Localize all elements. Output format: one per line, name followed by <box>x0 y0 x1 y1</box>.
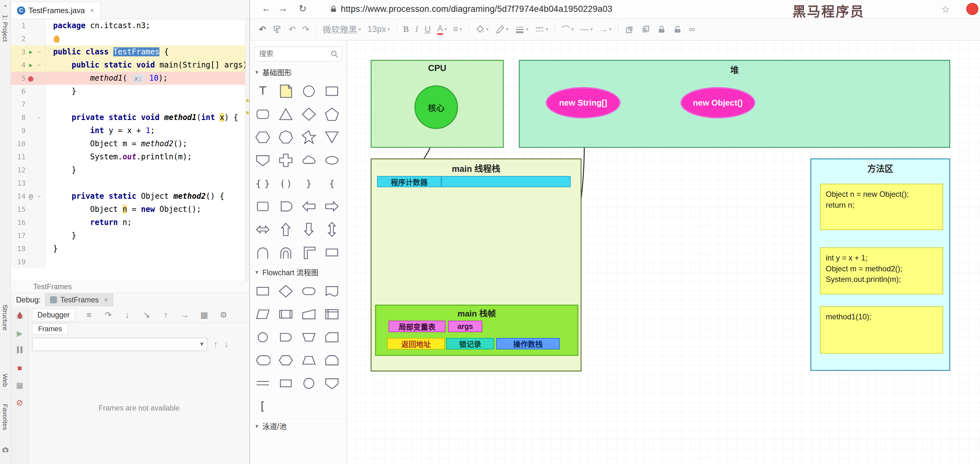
diagram-canvas[interactable]: CPU 核心 堆 new String[] new Object() main … <box>347 40 980 464</box>
gutter[interactable]: 12 <box>11 164 45 176</box>
shape-star-icon[interactable] <box>298 126 320 149</box>
fold-icon[interactable]: − <box>36 115 42 120</box>
shape-arrow-updown-icon[interactable] <box>320 218 344 241</box>
shape-arch-icon[interactable] <box>251 241 274 264</box>
shape-decision-icon[interactable] <box>274 280 298 303</box>
gutter[interactable]: 19 <box>11 255 45 269</box>
frame-down-icon[interactable]: ↓ <box>224 339 229 350</box>
gutter[interactable]: 16 <box>11 216 45 229</box>
shape-display-icon[interactable] <box>251 349 274 372</box>
underline-button[interactable]: U <box>425 24 431 34</box>
intention-bulb-icon[interactable] <box>54 35 59 43</box>
cell-return-address[interactable]: 返回地址 <box>387 338 445 350</box>
warning-tick[interactable] <box>246 111 249 114</box>
connector-style-button[interactable]: ⌒▾ <box>562 23 574 35</box>
shape-search[interactable] <box>255 47 342 62</box>
bold-button[interactable]: B <box>403 24 409 34</box>
section-swimlane[interactable]: ▼ 泳道/池 <box>250 419 347 433</box>
shape-arrow-double-icon[interactable] <box>251 218 274 241</box>
shape-trapezoid-icon[interactable] <box>298 349 320 372</box>
gutter[interactable]: 8− <box>11 111 45 124</box>
tool-button-favorites[interactable]: Favorites <box>1 404 9 430</box>
show-execution-point-icon[interactable]: ↷ <box>103 310 114 320</box>
thread-dropdown[interactable]: ▾ <box>32 338 207 351</box>
shape-ellipse-icon[interactable] <box>320 149 344 172</box>
debug-session-tab[interactable]: TestFrames × <box>45 294 113 306</box>
section-basic-shapes[interactable]: ▼ 基础图形 <box>250 65 347 79</box>
shape-card-cut-icon[interactable] <box>320 326 344 349</box>
tab-debugger[interactable]: Debugger <box>32 308 75 321</box>
shape-process-2-icon[interactable] <box>274 372 298 395</box>
gutter[interactable]: 6 <box>11 85 45 98</box>
session-close-icon[interactable]: × <box>104 296 108 304</box>
step-out-icon[interactable]: ↑ <box>160 310 171 320</box>
undo-icon[interactable]: ↶ <box>259 24 266 35</box>
cell-operand-stack[interactable]: 操作数栈 <box>496 338 560 350</box>
node-program-counter-value[interactable] <box>441 176 571 187</box>
step-into-icon[interactable]: ↘ <box>141 310 152 320</box>
gutter[interactable]: 14@− <box>11 190 45 203</box>
gutter[interactable]: 13 <box>11 176 45 190</box>
bookmark-star-icon[interactable]: ☆ <box>941 3 950 15</box>
section-flowchart[interactable]: ▼ Flowchart 流程图 <box>250 265 347 279</box>
gutter[interactable]: 11 <box>11 150 45 164</box>
shape-delay-icon[interactable] <box>274 326 298 349</box>
gutter[interactable]: 4▶− <box>11 59 45 72</box>
back-icon[interactable]: ← <box>261 3 271 14</box>
view-breakpoints-icon[interactable]: ▦ <box>16 381 23 390</box>
shape-arch-legs-icon[interactable] <box>274 241 298 264</box>
method-block-1[interactable]: Object n = new Object(); return n; <box>820 184 943 230</box>
shape-double-line-icon[interactable] <box>251 372 274 395</box>
tool-button-structure[interactable]: Structure <box>1 305 9 331</box>
fill-color-button[interactable]: ▾ <box>475 25 489 34</box>
gutter[interactable]: 10 <box>11 137 45 150</box>
cell-args[interactable]: args <box>448 321 482 332</box>
node-main-stack-frame[interactable]: main 栈帧 局部变量表 args 返回地址 锁记录 操作数栈 <box>375 305 578 356</box>
lock-icon[interactable] <box>657 25 667 34</box>
shape-rectangle-2-icon[interactable] <box>320 241 344 264</box>
fold-icon[interactable]: − <box>36 62 42 68</box>
link-icon[interactable]: ∞ <box>689 24 695 34</box>
gutter[interactable]: 7 <box>11 98 45 111</box>
shape-bracket-icon[interactable]: [ <box>251 395 274 418</box>
tool-button-project[interactable]: 1: Project <box>1 15 9 41</box>
gutter[interactable]: 15 <box>11 203 45 216</box>
undo-disabled-icon[interactable]: ↶ <box>289 24 296 35</box>
shape-manual-operation-icon[interactable] <box>298 326 320 349</box>
line-width-button[interactable]: ▾ <box>515 25 528 34</box>
shape-circle-icon[interactable] <box>298 80 320 103</box>
shape-arrow-left-icon[interactable] <box>298 195 320 218</box>
camera-icon[interactable] <box>2 447 9 453</box>
fold-icon[interactable]: − <box>36 194 42 199</box>
shape-arrow-up-icon[interactable] <box>274 218 298 241</box>
cell-lock-record[interactable]: 锁记录 <box>446 338 494 350</box>
font-size-select[interactable]: 13px▾ <box>368 24 390 34</box>
italic-button[interactable]: I <box>415 24 418 34</box>
step-over-icon[interactable]: ↓ <box>122 310 133 320</box>
shape-arrow-down-icon[interactable] <box>298 218 320 241</box>
shape-predefined-process-icon[interactable] <box>274 303 298 326</box>
shape-triangle-down-icon[interactable] <box>320 126 344 149</box>
line-type-button[interactable]: —▾ <box>580 24 593 34</box>
frame-up-icon[interactable]: ↑ <box>213 339 218 350</box>
tool-button-web[interactable]: Web <box>1 374 9 387</box>
gutter[interactable]: 5● <box>11 72 45 85</box>
shape-half-pill-icon[interactable] <box>274 195 298 218</box>
gutter[interactable]: 3▶− <box>11 45 45 59</box>
shape-connector-icon[interactable] <box>251 326 274 349</box>
gutter[interactable]: 17 <box>11 229 45 242</box>
shape-diamond-icon[interactable] <box>298 103 320 126</box>
tab-testframes-java[interactable]: C TestFrames.java × <box>11 2 100 19</box>
tab-close-icon[interactable]: × <box>90 6 94 15</box>
resume-icon[interactable]: ▶ <box>17 329 22 338</box>
tab-frames[interactable]: Frames <box>32 323 68 335</box>
shape-braces-icon[interactable]: { } <box>251 172 274 195</box>
forward-icon[interactable]: → <box>278 3 288 14</box>
redo-disabled-icon[interactable]: ↷ <box>302 24 310 35</box>
node-method-area[interactable]: 方法区 Object n = new Object(); return n; i… <box>810 158 950 371</box>
run-to-cursor-icon[interactable]: → <box>180 310 191 320</box>
shape-connector-2-icon[interactable] <box>298 372 320 395</box>
gutter[interactable]: 2 <box>11 32 45 45</box>
shape-heptagon-icon[interactable] <box>274 126 298 149</box>
shape-parallelogram-icon[interactable] <box>251 303 274 326</box>
